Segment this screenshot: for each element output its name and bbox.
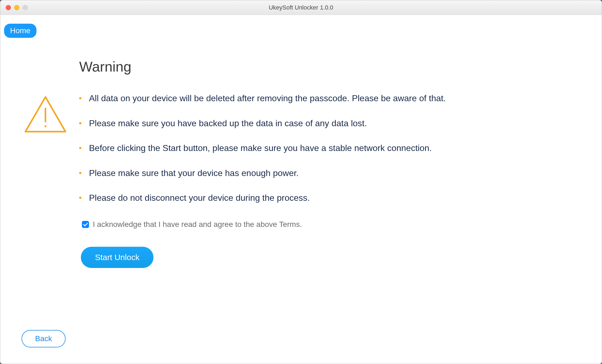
back-button[interactable]: Back <box>22 330 66 347</box>
acknowledge-row[interactable]: I acknowledge that I have read and agree… <box>79 220 585 229</box>
content-area: Home Warning All data on your device wil… <box>0 15 602 364</box>
window-minimize-button[interactable] <box>14 5 19 10</box>
titlebar: UkeySoft Unlocker 1.0.0 <box>0 0 602 15</box>
window-title: UkeySoft Unlocker 1.0.0 <box>269 4 333 11</box>
main-panel: Warning All data on your device will be … <box>79 58 585 268</box>
page-heading: Warning <box>79 58 585 75</box>
window-close-button[interactable] <box>6 5 11 10</box>
acknowledge-label: I acknowledge that I have read and agree… <box>93 220 302 229</box>
window-traffic-lights <box>6 5 28 10</box>
home-button[interactable]: Home <box>4 24 36 38</box>
list-item: Please make sure that your device has en… <box>79 168 585 179</box>
window-zoom-button[interactable] <box>23 5 28 10</box>
list-item: Please do not disconnect your device dur… <box>79 192 585 204</box>
start-unlock-button[interactable]: Start Unlock <box>81 247 153 268</box>
list-item: Please make sure you have backed up the … <box>79 118 585 129</box>
svg-point-1 <box>44 125 46 127</box>
warning-list: All data on your device will be deleted … <box>79 93 585 204</box>
warning-icon <box>21 93 70 138</box>
list-item: Before clicking the Start button, please… <box>79 143 585 154</box>
acknowledge-checkbox[interactable] <box>82 221 89 228</box>
list-item: All data on your device will be deleted … <box>79 93 585 104</box>
